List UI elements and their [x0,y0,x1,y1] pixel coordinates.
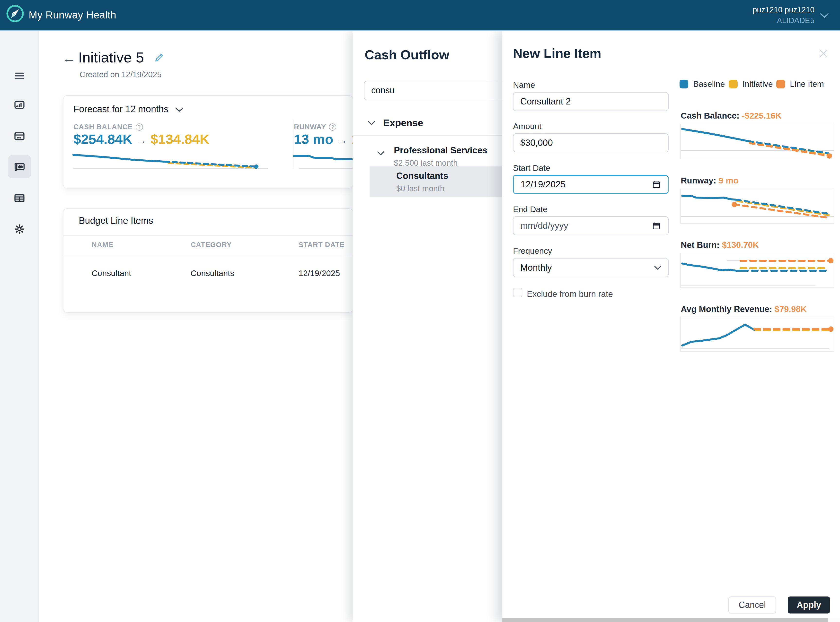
col-name: NAME [92,241,113,249]
baseline-swatch [680,80,688,88]
divider [63,255,353,255]
line-item-swatch [776,80,785,88]
col-start-date: START DATE [299,241,345,249]
list-item-consultants-selected[interactable]: Consultants $0 last month [370,166,513,197]
runway-from: 13 mo [294,131,333,147]
divider [353,135,513,136]
budget-ledger-icon[interactable] [8,155,31,178]
cash-balance-sparkline [73,150,268,171]
expense-group-toggle[interactable]: Expense [368,117,423,128]
end-date-field[interactable] [513,216,669,235]
menu-icon[interactable] [8,64,31,87]
frequency-label: Frequency [513,246,552,256]
back-button[interactable]: ← [63,50,76,66]
chevron-down-icon[interactable] [820,13,829,18]
runway-chart [680,189,834,224]
forecast-title[interactable]: Forecast for 12 months [73,104,168,114]
stat-runway: Runway:9 mo [681,176,739,185]
start-date-label: Start Date [513,163,550,173]
cancel-button[interactable]: Cancel [729,596,776,613]
app-title: My Runway Health [29,9,116,21]
stat-net-burn: Net Burn:$130.70K [681,240,759,250]
amount-field[interactable] [513,133,669,152]
scrollbar-thumb[interactable] [502,618,828,622]
close-icon[interactable] [817,47,830,60]
forecast-card: Forecast for 12 months CASH BALANCE ? $2… [63,95,353,189]
amount-label: Amount [513,122,541,131]
search-input[interactable] [364,81,510,100]
app-header: My Runway Health puz1210 puz1210 ALIDADE… [0,0,840,31]
cash-from: $254.84K [73,131,133,147]
cash-balance-values: $254.84K→$134.84K [73,131,209,147]
arrow-icon: → [333,134,351,146]
apply-button[interactable]: Apply [788,596,830,613]
runway-sparkline [294,150,353,171]
cell-category: Consultants [191,268,234,278]
user-name: puz1210 puz1210 [753,5,814,14]
arrow-icon: → [133,134,151,146]
chevron-down-icon [377,151,385,156]
avg-monthly-revenue-chart [680,317,834,352]
category-professional-services[interactable]: Professional Services $2,500 last month [377,145,487,168]
exclude-burn-rate-checkbox[interactable] [513,288,522,297]
cell-start-date: 12/19/2025 [299,268,340,278]
stat-cash-balance: Cash Balance:-$225.16K [681,111,782,120]
frequency-select[interactable]: Monthly [513,258,669,277]
app: My Runway Health puz1210 puz1210 ALIDADE… [0,0,840,622]
legend-initiative: Initiative [729,79,773,89]
exclude-burn-rate-label: Exclude from burn rate [527,289,613,299]
item-subtext: $0 last month [396,184,444,193]
end-date-label: End Date [513,204,548,214]
chevron-down-icon [654,265,661,270]
divider [293,120,293,168]
settings-gear-icon[interactable] [8,218,31,241]
name-label: Name [513,80,535,90]
legend-line-item: Line Item [776,79,824,89]
expense-group-label: Expense [383,117,423,128]
cell-name: Consultant [92,268,131,278]
edit-pencil-icon[interactable] [154,52,165,63]
net-burn-chart [680,253,834,288]
credit-card-icon[interactable] [8,125,31,148]
help-icon[interactable]: ? [329,123,336,131]
category-name: Professional Services [394,145,487,156]
cash-balance-chart [680,123,834,159]
help-icon[interactable]: ? [136,123,143,131]
org-name[interactable]: ALIDADE5 [777,16,814,25]
name-field[interactable] [513,92,669,111]
chevron-down-icon [368,120,376,126]
created-date: Created on 12/19/2025 [79,70,162,79]
legend-baseline: Baseline [680,79,725,89]
runway-label: RUNWAY ? [294,123,336,131]
panel-title: Cash Outflow [365,47,449,62]
initiative-swatch [729,80,738,88]
horizontal-scrollbar [502,618,840,622]
chevron-down-icon[interactable] [175,107,183,112]
item-name: Consultants [396,171,448,181]
cash-to: $134.84K [151,131,209,147]
budget-card: Budget Line Items NAME CATEGORY START DA… [63,208,353,313]
compass-icon [5,4,25,23]
analytics-icon[interactable] [8,93,31,116]
col-category: CATEGORY [191,241,232,249]
cash-balance-label: CASH BALANCE ? [73,123,143,131]
table-icon[interactable] [8,187,31,209]
divider [63,235,353,236]
new-line-item-panel: New Line Item Name Amount Start Date End… [502,31,840,622]
stat-avg-monthly-revenue: Avg Monthly Revenue:$79.98K [681,304,807,314]
start-date-field[interactable] [513,175,669,194]
frequency-value: Monthly [520,263,654,273]
modal-title: New Line Item [513,46,601,61]
budget-title: Budget Line Items [79,215,153,226]
page-title: Initiative 5 [78,49,144,66]
sidebar [0,31,39,622]
